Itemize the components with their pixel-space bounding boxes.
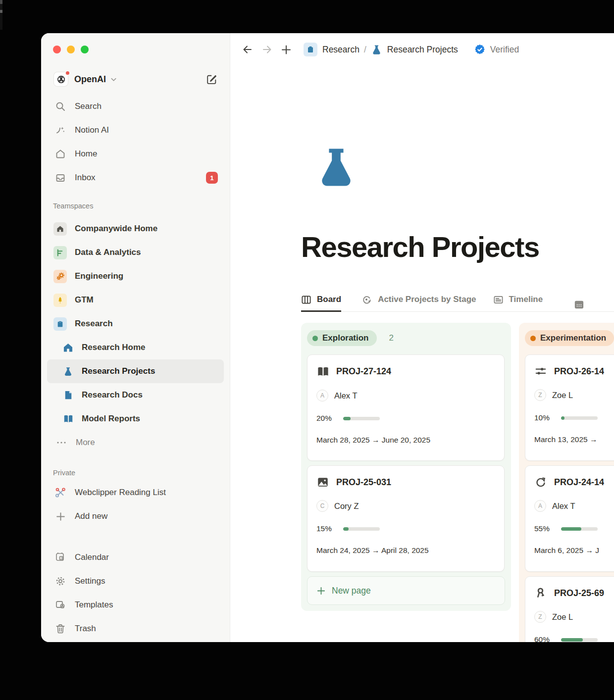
home-blue-icon: [62, 343, 74, 353]
breadcrumb-current[interactable]: Research Projects: [387, 45, 458, 55]
breadcrumb-research-icon: [304, 43, 317, 56]
date-range: March 13, 2025 →: [534, 435, 614, 444]
gears-icon: [53, 270, 67, 283]
status-dot: [312, 336, 318, 341]
page-flask-icon[interactable]: [313, 145, 359, 190]
page-title[interactable]: Research Projects: [301, 230, 614, 264]
column-header[interactable]: Exploration 2: [307, 330, 505, 346]
sidebar-item-more[interactable]: More: [41, 431, 230, 454]
calendar-view-icon: [573, 299, 585, 310]
sidebar-item-inbox[interactable]: Inbox 1: [41, 166, 230, 190]
main-content: Research / Research Projects Verified Re…: [230, 33, 614, 642]
sidebar-item-research-projects[interactable]: Research Projects: [47, 359, 224, 383]
sidebar-item-model-reports[interactable]: Model Reports: [41, 407, 230, 431]
zoom-window-button[interactable]: [81, 46, 89, 53]
avatar: A: [316, 390, 328, 401]
progress-bar: [561, 527, 598, 531]
breadcrumb-root[interactable]: Research: [322, 45, 359, 55]
status-pill-experimentation: Experimentation: [525, 330, 614, 346]
scissors-icon: [54, 487, 66, 499]
home-icon: [54, 149, 66, 159]
sidebar-item-notion-ai[interactable]: Notion AI: [41, 118, 230, 142]
progress-bar: [343, 417, 380, 420]
progress-row: 60%: [534, 635, 614, 642]
progress-percent: 55%: [534, 524, 556, 533]
compose-icon[interactable]: [205, 73, 218, 86]
project-card[interactable]: PROJ-27-124 A Alex T 20% March 28, 2025 …: [307, 354, 505, 461]
openai-logo: [54, 72, 68, 86]
sidebar-item-home[interactable]: Home: [41, 142, 230, 166]
project-card[interactable]: PROJ-25-031 C Cory Z 15% March 24, 2025 …: [307, 465, 505, 572]
chevron-down-icon: [110, 76, 117, 83]
sidebar-item-settings[interactable]: Settings: [41, 569, 230, 593]
forward-icon[interactable]: [261, 43, 273, 56]
cycle-status-icon: [361, 294, 372, 305]
tab-calendar-view[interactable]: [573, 294, 590, 315]
workspace-switcher[interactable]: OpenAI: [41, 69, 230, 89]
topbar: Research / Research Projects Verified: [230, 33, 614, 66]
sidebar-item-companywide-home[interactable]: Companywide Home: [41, 217, 230, 241]
open-book-icon: [62, 413, 74, 424]
sidebar-item-templates[interactable]: Templates: [41, 593, 230, 617]
project-card[interactable]: PROJ-26-14 Z Zoe L 10% March 13, 2025 →: [525, 354, 614, 461]
ellipsis-icon: [55, 437, 67, 448]
progress-percent: 60%: [534, 635, 556, 642]
templates-icon: [54, 600, 66, 610]
sidebar-item-webclipper[interactable]: Webclipper Reading List: [41, 481, 230, 504]
sidebar-item-research[interactable]: Research: [41, 312, 230, 336]
assignee-name: Zoe L: [552, 391, 573, 400]
progress-bar: [561, 638, 598, 642]
sidebar-item-engineering[interactable]: Engineering: [41, 264, 230, 288]
sidebar-item-search[interactable]: Search: [41, 95, 230, 118]
sidebar-item-data-analytics[interactable]: Data & Analytics: [41, 241, 230, 264]
column-header[interactable]: Experimentation: [525, 330, 614, 346]
sidebar-item-calendar[interactable]: 3 Calendar: [41, 546, 230, 569]
sidebar-item-research-docs[interactable]: Research Docs: [41, 383, 230, 407]
search-icon: [54, 101, 66, 112]
trash-icon: [54, 623, 66, 634]
companywide-home-icon: [53, 222, 67, 236]
page-body: Research Projects Board: [301, 66, 614, 642]
board-view-icon: [301, 295, 311, 305]
project-id: PROJ-26-14: [554, 366, 604, 377]
project-card[interactable]: PROJ-24-14 A Alex T 55% March 6, 2025 → …: [525, 465, 614, 572]
window-controls: [41, 33, 230, 53]
sidebar-item-gtm[interactable]: GTM: [41, 288, 230, 312]
verified-badge[interactable]: Verified: [474, 44, 519, 55]
verified-seal-icon: [474, 44, 486, 55]
progress-percent: 15%: [316, 524, 338, 533]
tab-board[interactable]: Board: [301, 289, 341, 312]
project-card[interactable]: PROJ-25-69 Z Zoe L 60%: [525, 576, 614, 642]
progress-percent: 20%: [316, 414, 338, 423]
new-tab-plus-icon[interactable]: [280, 44, 292, 56]
close-window-button[interactable]: [53, 46, 61, 53]
sliders-icon: [534, 365, 548, 378]
plus-icon: [54, 511, 66, 522]
column-experimentation: Experimentation PROJ-26-14 Z Zoe L: [519, 323, 614, 642]
project-id: PROJ-27-124: [336, 366, 391, 377]
notion-ai-icon: [54, 125, 66, 136]
breadcrumb-flask-icon: [371, 44, 382, 55]
verified-label: Verified: [490, 45, 519, 55]
inbox-icon: [54, 172, 66, 183]
assignee-name: Cory Z: [334, 501, 359, 511]
sidebar-item-research-home[interactable]: Research Home: [41, 336, 230, 359]
project-id: PROJ-24-14: [554, 477, 604, 488]
progress-percent: 10%: [534, 413, 556, 422]
progress-bar: [561, 416, 598, 420]
notification-dot: [65, 70, 70, 76]
sidebar-item-trash[interactable]: Trash: [41, 617, 230, 641]
progress-row: 15%: [316, 524, 495, 533]
column-exploration: Exploration 2 PROJ-27-124 A: [301, 323, 511, 611]
tab-active-projects-by-stage[interactable]: Active Projects by Stage: [361, 289, 476, 310]
back-icon[interactable]: [242, 43, 254, 56]
kanban-board: Exploration 2 PROJ-27-124 A: [301, 323, 614, 642]
date-range: March 28, 2025 → June 20, 2025: [316, 436, 495, 445]
tab-timeline[interactable]: Timeline: [493, 289, 543, 310]
minimize-window-button[interactable]: [67, 46, 75, 53]
sidebar-item-add-new[interactable]: Add new: [41, 504, 230, 528]
view-tabs: Board Active Projects by Stage: [301, 289, 614, 312]
new-page-button[interactable]: New page: [307, 576, 505, 605]
workspace-name: OpenAI: [74, 74, 106, 85]
gear-icon: [54, 576, 66, 587]
